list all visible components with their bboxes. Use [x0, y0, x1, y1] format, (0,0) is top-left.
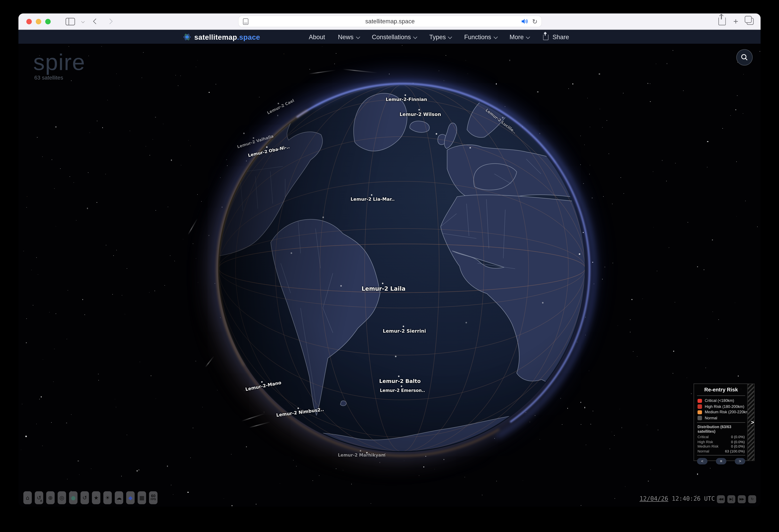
tab-overview-icon[interactable]	[747, 18, 754, 25]
zoom-window-button[interactable]	[45, 19, 51, 24]
star	[592, 197, 593, 198]
star	[379, 462, 380, 463]
stars-toggle-button[interactable]: ★	[92, 491, 101, 504]
earth-globe[interactable]	[218, 84, 586, 452]
nav-item-news[interactable]: News	[338, 34, 359, 41]
url-bar[interactable]: satellitemap.space ↻	[238, 16, 542, 27]
satellite-label[interactable]: Lemur-2 Balto	[379, 378, 421, 384]
satellite-label[interactable]: Lemur-2 Lia-Mar..	[351, 197, 395, 202]
panel-next-button[interactable]: >	[735, 458, 745, 465]
date-picker[interactable]: 12/04/26	[640, 495, 668, 502]
minimize-window-button[interactable]	[36, 19, 41, 24]
satellite-dot[interactable]	[395, 356, 396, 357]
distribution-label: High Risk	[698, 439, 713, 444]
reload-icon[interactable]: ↻	[532, 18, 537, 25]
star	[146, 146, 146, 146]
star	[425, 456, 426, 457]
star	[443, 459, 444, 460]
nav-share-button[interactable]: Share	[542, 33, 569, 41]
globe-wireframe-button[interactable]: ⊕	[46, 491, 55, 504]
star	[673, 50, 673, 51]
orbit-spin-button[interactable]: ↺	[80, 491, 89, 504]
satellite-dot[interactable]	[542, 302, 543, 303]
rewind-button[interactable]: ◀◀	[717, 495, 725, 503]
back-icon[interactable]	[93, 19, 99, 24]
star	[79, 475, 79, 475]
reset-time-button[interactable]: ↻	[748, 495, 756, 503]
clock-tz[interactable]: UTC	[704, 495, 715, 502]
star	[599, 73, 600, 74]
auto-rotate-button[interactable]: ↺A	[35, 491, 43, 504]
sidebar-icon[interactable]	[66, 18, 75, 25]
new-tab-icon[interactable]: +	[733, 17, 738, 25]
satellite-label[interactable]: Lemur-2-Finnian	[386, 97, 427, 102]
search-icon	[741, 54, 748, 61]
legend-label: Normal	[705, 416, 717, 420]
nav-item-constellations[interactable]: Constellations	[372, 34, 416, 41]
satellite-dot[interactable]	[436, 133, 437, 134]
satellite-label[interactable]: Lemur-2 Wilson	[400, 112, 441, 117]
star	[106, 174, 106, 174]
forward-icon[interactable]	[107, 19, 113, 24]
earth-mono-button[interactable]: ◎	[58, 491, 66, 504]
play-pause-button[interactable]: ▶‖	[727, 495, 735, 503]
close-window-button[interactable]	[26, 19, 32, 24]
nav-item-label: Types	[429, 34, 446, 41]
star	[122, 295, 122, 296]
panel-prev-button[interactable]: <	[697, 458, 708, 465]
star	[757, 227, 758, 227]
fps-60-button[interactable]: 60FPS	[149, 491, 158, 504]
fast-forward-button[interactable]: ▶▶	[737, 495, 746, 503]
search-button[interactable]	[736, 49, 753, 65]
star	[588, 98, 588, 98]
satellite-label[interactable]: Lemur-2 Emerson..	[380, 388, 425, 393]
satellite-label[interactable]: Lemur-2 Sierrini	[383, 328, 426, 334]
star	[54, 188, 55, 189]
satellite-dot[interactable]	[579, 253, 580, 254]
map-canvas[interactable]: Lemur-2-FinnianLemur-2 WilsonLemur-2 Luc…	[18, 44, 761, 507]
panel-collapse-handle[interactable]: >	[751, 419, 754, 425]
panel-list-button[interactable]: ≡	[716, 458, 726, 465]
home-button[interactable]: ⌂	[23, 491, 32, 504]
reader-icon[interactable]	[243, 18, 248, 25]
nav-item-about[interactable]: About	[309, 34, 325, 41]
box-3d-button[interactable]: ◆	[126, 491, 135, 504]
nav-item-more[interactable]: More	[510, 34, 529, 41]
clouds-toggle-button[interactable]: ☁	[115, 491, 123, 504]
sun-toggle-button[interactable]: ☀	[103, 491, 112, 504]
star	[66, 423, 67, 423]
satellite-dot[interactable]	[470, 147, 471, 148]
brand-logo-icon	[183, 33, 191, 41]
satellite-label[interactable]: Lemur-2 Laila	[362, 285, 406, 292]
robot-mode-button[interactable]: ▦	[138, 491, 146, 504]
star	[335, 64, 335, 64]
star	[163, 124, 164, 124]
earth-color-button[interactable]: ●	[69, 491, 77, 504]
satellite-dot[interactable]	[291, 252, 292, 253]
star	[256, 504, 256, 505]
star	[195, 361, 196, 361]
nav-item-types[interactable]: Types	[429, 34, 451, 41]
star	[482, 495, 483, 495]
audio-icon[interactable]	[522, 18, 528, 24]
sun-toggle-icon: ☀	[105, 495, 110, 500]
satellite-label[interactable]: Lemur-2 Marhikyam	[338, 453, 385, 457]
star	[51, 422, 52, 423]
star	[590, 423, 591, 424]
star	[51, 159, 52, 160]
star	[712, 239, 713, 240]
nav-item-functions[interactable]: Functions	[464, 34, 496, 41]
share-icon[interactable]	[718, 17, 726, 25]
distribution-title: Distribution (63/63 satellites)	[694, 425, 748, 434]
brand-name: satellitemap.space	[194, 33, 260, 41]
star	[188, 140, 189, 140]
satellite-dot[interactable]	[466, 322, 467, 323]
star	[183, 239, 183, 240]
chevron-down-icon[interactable]	[81, 19, 84, 23]
brand[interactable]: satellitemap.space	[183, 33, 260, 41]
satellite-dot[interactable]	[340, 285, 342, 286]
satellite-dot[interactable]	[322, 217, 324, 218]
star	[26, 318, 27, 319]
star	[125, 314, 125, 314]
star	[619, 409, 620, 410]
